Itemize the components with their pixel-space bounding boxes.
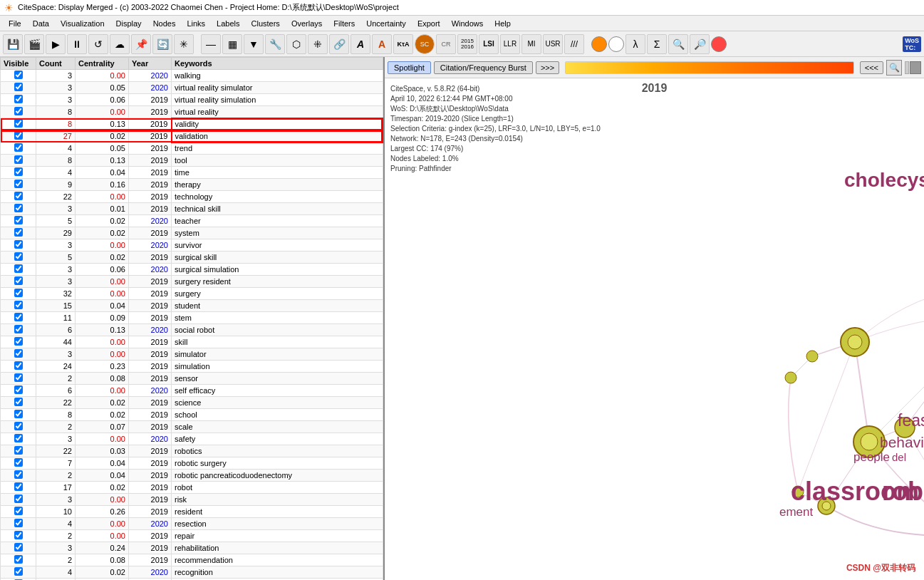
menu-item-display[interactable]: Display [110,18,147,29]
visible-checkbox[interactable] [14,301,23,309]
menu-item-overlays[interactable]: Overlays [286,18,328,29]
table-row[interactable]: 50.022020teacher [1,215,383,227]
table-row[interactable]: 40.042019time [1,167,383,179]
visible-checkbox[interactable] [14,337,23,346]
timeline-scroll[interactable] [905,61,921,74]
visible-checkbox[interactable] [14,216,23,224]
visible-checkbox[interactable] [14,313,23,321]
table-row[interactable]: 30.002020walking [1,70,383,82]
table-row[interactable]: 60.002020self efficacy [1,385,383,397]
nav-prev-button[interactable]: <<< [860,61,883,74]
table-row[interactable]: 30.002020survivor [1,239,383,252]
toolbar-color-red[interactable] [711,36,727,52]
toolbar-btn-label-a[interactable]: A [351,34,370,54]
table-row[interactable]: 40.002020resection [1,518,383,530]
table-row[interactable]: 110.092019stem [1,312,383,324]
node-22[interactable] [806,351,818,362]
table-row[interactable]: 40.052019trend [1,143,383,155]
visible-checkbox[interactable] [14,192,23,200]
timeline-bar[interactable] [565,61,854,74]
table-row[interactable]: 20.082019sensor [1,373,383,385]
toolbar-btn-usr[interactable]: USR [543,34,563,54]
table-row[interactable]: 320.002019surgery [1,288,383,300]
visible-checkbox[interactable] [14,446,23,455]
visible-checkbox[interactable] [14,531,23,539]
menu-item-visualization[interactable]: Visualization [55,18,110,29]
menu-item-clusters[interactable]: Clusters [246,18,286,29]
table-row[interactable]: 80.132019validity [1,118,383,130]
menu-item-file[interactable]: File [3,18,27,29]
table-row[interactable]: 20.042019robotic pancreaticoduodenectomy [1,470,383,482]
toolbar-btn-reload[interactable]: 🔄 [152,34,172,54]
table-row[interactable]: 30.002019surgery resident [1,276,383,288]
toolbar-btn-scatter[interactable]: ⁜ [308,34,328,54]
visible-checkbox[interactable] [14,119,23,128]
table-row[interactable]: 30.002019risk [1,494,383,506]
visible-checkbox[interactable] [14,143,23,152]
visible-checkbox[interactable] [14,543,23,551]
table-row[interactable]: 60.132020social robot [1,324,383,336]
table-row[interactable]: 100.262019resident [1,506,383,518]
toolbar-btn-grid[interactable]: ▦ [222,34,242,54]
visible-checkbox[interactable] [14,180,23,188]
zoom-button[interactable]: 🔍 [886,60,902,76]
table-row[interactable]: 150.042019student [1,300,383,312]
spotlight-button[interactable]: Spotlight [388,61,431,74]
toolbar-btn-pin[interactable]: 📌 [131,34,151,54]
toolbar-btn-line[interactable]: — [201,34,221,54]
menu-item-labels[interactable]: Labels [211,18,245,29]
menu-item-filters[interactable]: Filters [328,18,360,29]
table-row[interactable]: 50.022019surgical skill [1,252,383,264]
visible-checkbox[interactable] [14,373,23,382]
citation-burst-button[interactable]: Citation/Frequency Burst [434,61,533,74]
toolbar-btn-year[interactable]: 20152016 [457,34,477,54]
visible-checkbox[interactable] [14,519,23,527]
menu-item-uncertainty[interactable]: Uncertainty [360,18,412,29]
visible-checkbox[interactable] [14,155,23,164]
visible-checkbox[interactable] [14,494,23,503]
toolbar-btn-cloud[interactable]: ☁ [110,34,130,54]
visible-checkbox[interactable] [14,458,23,467]
toolbar-btn-burst[interactable]: ✳ [174,34,194,54]
toolbar-btn-save[interactable]: 💾 [3,34,23,54]
toolbar-btn-links[interactable]: 🔗 [329,34,349,54]
table-row[interactable]: 290.022019system [1,227,383,239]
toolbar-btn-tool[interactable]: 🔧 [265,34,285,54]
table-row[interactable]: 30.062020surgical simulation [1,264,383,276]
visible-checkbox[interactable] [14,252,23,261]
table-row[interactable]: 90.162019therapy [1,179,383,191]
visible-checkbox[interactable] [14,385,23,394]
table-row[interactable]: 270.022019validation [1,130,383,143]
visible-checkbox[interactable] [14,325,23,333]
toolbar-btn-search[interactable]: 🔍 [668,34,688,54]
visible-checkbox[interactable] [14,95,23,103]
table-row[interactable]: 30.052020virtual reality simulator [1,82,383,94]
toolbar-btn-kta[interactable]: KτA [393,34,413,54]
toolbar-btn-sigma[interactable]: Σ [647,34,667,54]
toolbar-btn-magnify2[interactable]: 🔎 [690,34,710,54]
visible-checkbox[interactable] [14,289,23,297]
toolbar-btn-label-b[interactable]: A [372,34,392,54]
toolbar-color-white[interactable] [608,36,624,52]
visible-checkbox[interactable] [14,470,23,479]
table-scroll[interactable]: Visible Count Centrality Year Keywords 3… [0,57,383,580]
nav-next-button[interactable]: >>> [536,61,559,74]
table-row[interactable]: 440.002019skill [1,336,383,348]
visible-checkbox[interactable] [14,83,23,91]
toolbar-btn-nodes[interactable]: ⬡ [286,34,306,54]
toolbar-btn-sc[interactable]: SC [415,34,435,54]
visible-checkbox[interactable] [14,410,23,418]
table-row[interactable]: 30.002020safety [1,433,383,445]
table-row[interactable]: 20.072019scale [1,421,383,433]
visible-checkbox[interactable] [14,107,23,115]
table-row[interactable]: 30.242019rehabilitation [1,542,383,554]
table-row[interactable]: 30.002019simulator [1,348,383,361]
menu-item-help[interactable]: Help [489,18,516,29]
visible-checkbox[interactable] [14,434,23,442]
table-row[interactable]: 80.022019school [1,409,383,421]
visible-checkbox[interactable] [14,264,23,273]
toolbar-btn-lambda[interactable]: λ [625,34,645,54]
toolbar-btn-slash[interactable]: /// [564,34,584,54]
visible-checkbox[interactable] [14,71,23,79]
node-21[interactable] [785,372,796,383]
